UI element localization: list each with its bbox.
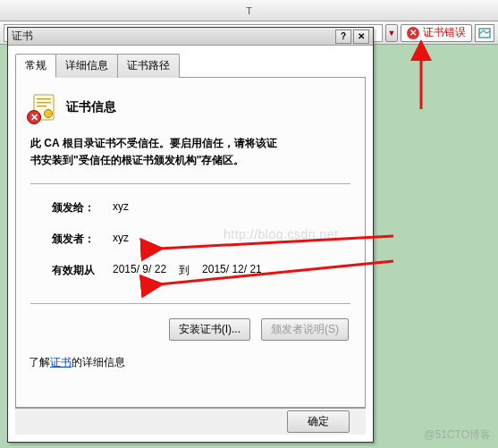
certificate-icon: ✕ — [29, 92, 59, 123]
ok-button[interactable]: 确定 — [287, 410, 350, 433]
issued-to-value: xyz — [113, 200, 129, 216]
more-info-link[interactable]: 证书 — [50, 356, 72, 368]
cert-error-button[interactable]: ✕ 证书错误 — [401, 24, 472, 42]
validity-label: 有效期从 — [52, 263, 113, 278]
svg-rect-3 — [37, 102, 51, 103]
validity-to-word: 到 — [179, 263, 190, 278]
issuer-row: 颁发者： xyz — [52, 232, 336, 247]
certificate-dialog: 证书 ? ✕ 常规 详细信息 证书路径 ✕ — [7, 27, 374, 443]
cert-error-label: 证书错误 — [423, 25, 466, 40]
dialog-bottom-bar: 确定 — [15, 408, 366, 435]
more-info-line: 了解证书的详细信息 — [27, 348, 354, 370]
error-x-icon: ✕ — [27, 110, 41, 124]
cert-warning-text: 此 CA 根目录证书不受信任。要启用信任，请将该证 书安装到"受信任的根证书颁发… — [27, 133, 354, 183]
dialog-title-bar: 证书 ? ✕ — [8, 28, 373, 46]
validity-from: 2015/ 9/ 22 — [113, 263, 166, 278]
tab-strip: 常规 详细信息 证书路径 — [15, 53, 366, 78]
browser-mark: T — [246, 5, 252, 16]
issuer-label: 颁发者： — [52, 232, 113, 247]
tab-content-general: ✕ 证书信息 此 CA 根目录证书不受信任。要启用信任，请将该证 书安装到"受信… — [15, 78, 366, 408]
address-dropdown[interactable]: ▼ — [385, 24, 398, 42]
dialog-title: 证书 — [12, 29, 33, 44]
close-button[interactable]: ✕ — [353, 30, 369, 44]
validity-to: 2015/ 12/ 21 — [202, 263, 262, 278]
svg-rect-2 — [37, 98, 51, 99]
issued-to-label: 颁发给： — [52, 200, 113, 216]
issuer-statement-button[interactable]: 颁发者说明(S) — [261, 318, 349, 341]
cert-info-heading: 证书信息 — [66, 99, 116, 115]
tab-general[interactable]: 常规 — [15, 54, 56, 78]
validity-row: 有效期从 2015/ 9/ 22 到 2015/ 12/ 21 — [52, 263, 336, 278]
page-icon — [478, 28, 491, 38]
tab-details[interactable]: 详细信息 — [55, 54, 118, 78]
issued-to-row: 颁发给： xyz — [52, 200, 336, 216]
compat-view-button[interactable] — [475, 24, 494, 42]
svg-point-5 — [45, 110, 53, 118]
issuer-value: xyz — [113, 232, 129, 247]
browser-top-bar: T — [0, 0, 498, 21]
cert-error-x-icon: ✕ — [407, 27, 419, 39]
tab-cert-path[interactable]: 证书路径 — [117, 54, 180, 78]
install-cert-button[interactable]: 安装证书(I)... — [169, 318, 250, 341]
svg-rect-4 — [37, 106, 46, 106]
help-button[interactable]: ? — [335, 30, 351, 44]
